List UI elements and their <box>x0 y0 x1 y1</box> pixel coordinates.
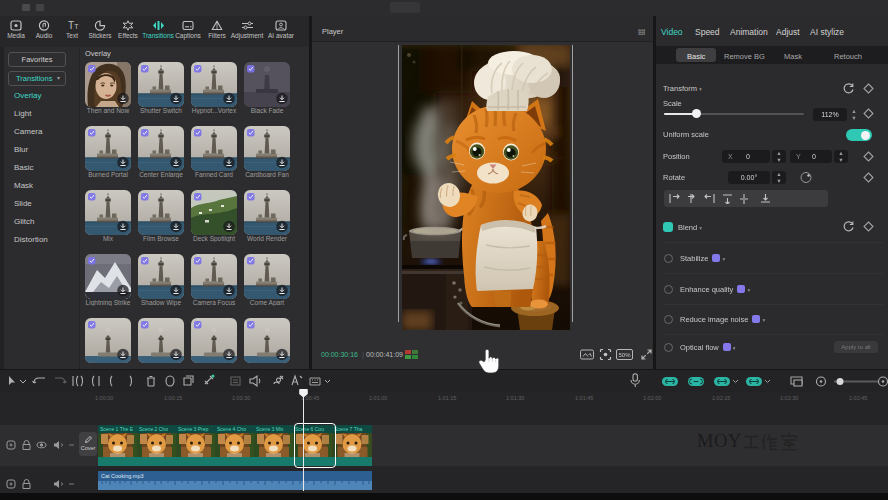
svg-text:T: T <box>74 23 79 30</box>
svg-text:T: T <box>67 20 73 31</box>
svg-text:50%: 50% <box>618 352 631 358</box>
